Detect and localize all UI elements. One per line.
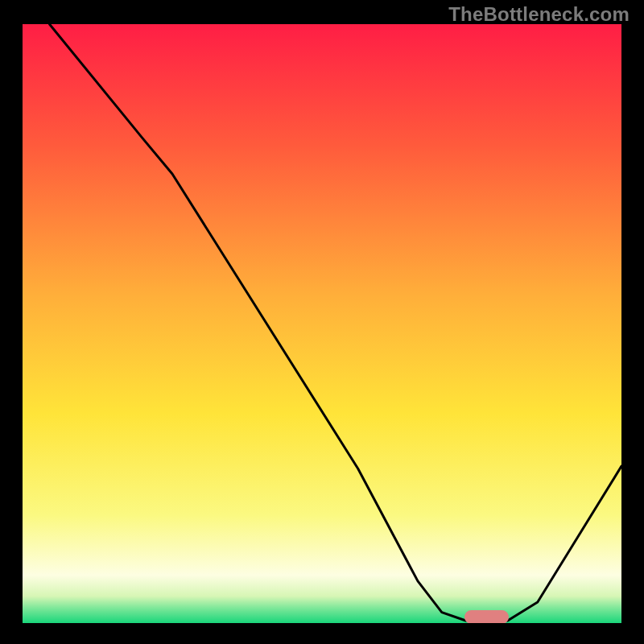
chart-container: TheBottleneck.com [0,0,644,644]
optimal-marker [464,610,510,623]
plot-area [23,24,621,623]
chart-svg [23,24,621,623]
watermark-text: TheBottleneck.com [448,3,630,26]
gradient-background [23,24,621,623]
